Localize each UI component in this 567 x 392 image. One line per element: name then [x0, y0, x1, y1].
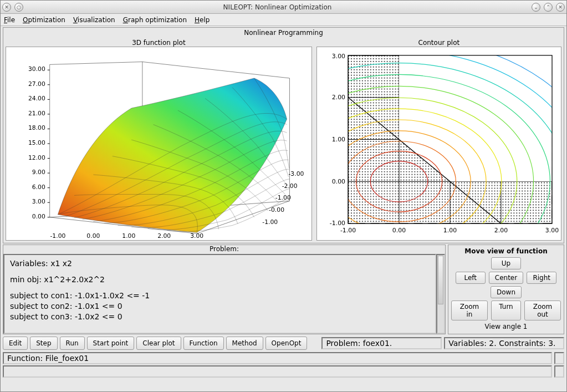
menu-file[interactable]: File: [4, 16, 15, 24]
status-vars: Variables: 2. Constraints: 3.: [444, 337, 564, 349]
surface-plot[interactable]: 0.00 3.00 6.00 9.00 12.00 15.00 18.00 21…: [6, 47, 312, 241]
svg-text:-1.00: -1.00: [50, 232, 65, 240]
action-bar: Edit Step Run Start point Clear plot Fun…: [3, 335, 564, 351]
svg-text:18.00: 18.00: [28, 124, 45, 131]
svg-text:0.00: 0.00: [392, 227, 406, 234]
problem-panel: Problem: Variables: x1 x2 min obj: x1^2+…: [3, 245, 446, 334]
status-end-cell-1: [554, 352, 564, 364]
edit-button[interactable]: Edit: [3, 337, 28, 350]
svg-text:0.00: 0.00: [332, 178, 345, 185]
svg-text:27.00: 27.00: [28, 80, 45, 88]
svg-text:2.00: 2.00: [494, 227, 508, 234]
zoom-in-button[interactable]: Zoom in: [451, 301, 488, 320]
surface-plot-title: 3D function plot: [6, 39, 312, 47]
right-button[interactable]: Right: [527, 272, 556, 284]
up-button[interactable]: Up: [491, 257, 521, 269]
svg-text:3.00: 3.00: [332, 53, 345, 60]
method-button[interactable]: Method: [226, 337, 263, 350]
svg-text:12.00: 12.00: [28, 154, 45, 161]
function-button[interactable]: Function: [183, 337, 224, 350]
menubar: File Optimization Visualization Graph op…: [1, 14, 566, 26]
svg-text:-0.00: -0.00: [269, 206, 284, 213]
down-button[interactable]: Down: [491, 286, 522, 298]
svg-text:-3.00: -3.00: [288, 170, 304, 177]
problem-line: Variables: x1 x2: [10, 258, 430, 269]
svg-text:2.00: 2.00: [332, 94, 345, 101]
svg-text:1.00: 1.00: [332, 136, 345, 143]
svg-text:0.00: 0.00: [86, 232, 100, 240]
status-function: Function: File_foex01: [3, 352, 552, 364]
menu-visualization[interactable]: Visualization: [73, 16, 115, 24]
plots-panel: Nonlinear Programming 3D function plot: [3, 27, 564, 243]
contour-plot-title: Contour plot: [316, 39, 561, 47]
status-problem: Problem: foex01.: [321, 337, 442, 349]
svg-text:15.00: 15.00: [28, 139, 45, 146]
close-icon[interactable]: ✕: [556, 3, 565, 12]
problem-panel-label: Problem:: [3, 245, 445, 254]
contour-plot[interactable]: -1.00 0.00 1.00 2.00 3.00 -1.00 0.00 1.0…: [316, 47, 561, 241]
svg-text:-1.00: -1.00: [275, 194, 291, 201]
window-menu-icon[interactable]: ✕: [2, 3, 11, 12]
titlebar: ✕ ○ NILEOPT: Nonlinear Optimization ⌄ ⌃ …: [1, 1, 566, 14]
svg-text:3.00: 3.00: [545, 227, 559, 234]
window-sticky-icon[interactable]: ○: [14, 3, 23, 12]
maximize-icon[interactable]: ⌃: [544, 3, 553, 12]
window-title: NILEOPT: Nonlinear Optimization: [25, 3, 530, 11]
svg-text:6.00: 6.00: [32, 184, 45, 191]
zoom-out-button[interactable]: Zoom out: [524, 301, 561, 320]
minimize-icon[interactable]: ⌄: [532, 3, 540, 12]
svg-text:3.00: 3.00: [190, 232, 203, 240]
svg-text:24.00: 24.00: [28, 95, 45, 102]
menu-optimization[interactable]: Optimization: [23, 16, 65, 24]
problem-line: subject to con2: -1.0x1 <= 0: [10, 301, 430, 312]
problem-line: min obj: x1^2+2.0x2^2: [10, 274, 430, 285]
problem-line: subject to con3: -1.0x2 <= 0: [10, 312, 430, 322]
status-end-cell-2: [554, 365, 564, 378]
move-view-panel: Move view of function Up Left Center Rig…: [448, 245, 564, 334]
svg-text:1.00: 1.00: [122, 232, 135, 240]
run-button[interactable]: Run: [60, 337, 85, 350]
menu-graph-optimization[interactable]: Graph optimization: [123, 16, 187, 24]
svg-text:-1.00: -1.00: [262, 218, 278, 226]
svg-text:21.00: 21.00: [28, 110, 45, 117]
svg-text:9.00: 9.00: [32, 169, 45, 176]
menu-help[interactable]: Help: [195, 16, 210, 24]
clear-plot-button[interactable]: Clear plot: [136, 337, 181, 350]
svg-text:-2.00: -2.00: [282, 182, 298, 190]
scrollbar-thumb[interactable]: [438, 256, 443, 304]
left-button[interactable]: Left: [456, 272, 486, 284]
status-empty: [3, 365, 552, 378]
start-point-button[interactable]: Start point: [87, 337, 135, 350]
svg-text:-1.00: -1.00: [330, 220, 345, 227]
plots-panel-label: Nonlinear Programming: [6, 29, 561, 37]
svg-text:3.00: 3.00: [32, 198, 45, 205]
svg-text:1.00: 1.00: [443, 227, 457, 234]
problem-text[interactable]: Variables: x1 x2 min obj: x1^2+2.0x2^2 s…: [3, 254, 436, 334]
view-angle-label: View angle 1: [484, 323, 527, 330]
svg-text:2.00: 2.00: [157, 232, 171, 240]
app-window: ✕ ○ NILEOPT: Nonlinear Optimization ⌄ ⌃ …: [0, 0, 567, 392]
openopt-button[interactable]: OpenOpt: [265, 337, 308, 350]
svg-text:30.00: 30.00: [28, 65, 45, 73]
surface-mesh: [58, 78, 287, 232]
step-button[interactable]: Step: [30, 337, 57, 350]
turn-button[interactable]: Turn: [491, 301, 521, 320]
center-button[interactable]: Center: [489, 272, 523, 284]
problem-scrollbar[interactable]: [436, 254, 445, 334]
svg-text:-1.00: -1.00: [340, 227, 356, 234]
move-view-title: Move view of function: [464, 247, 547, 255]
svg-text:0.00: 0.00: [32, 213, 45, 220]
problem-line: subject to con1: -1.0x1-1.0x2 <= -1: [10, 291, 430, 301]
